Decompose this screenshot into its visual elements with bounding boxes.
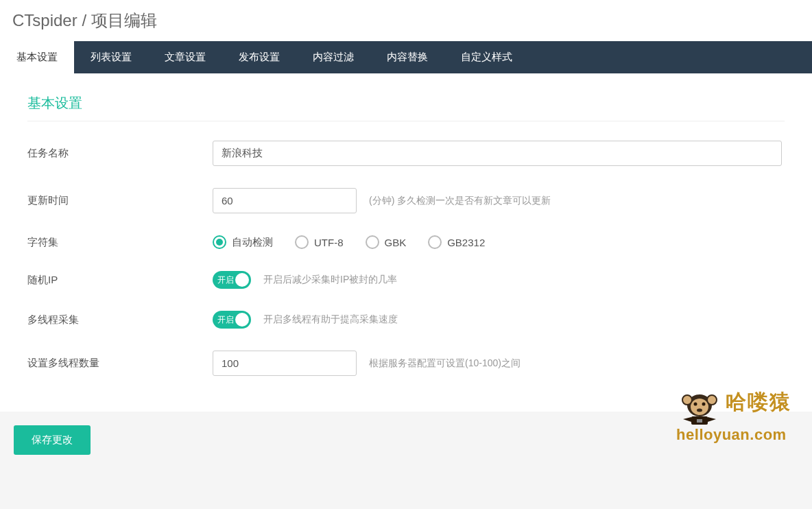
label-random-ip: 随机IP	[27, 274, 213, 287]
radio-auto-detect[interactable]: 自动检测	[213, 235, 273, 249]
label-task-name: 任务名称	[27, 147, 213, 160]
label-charset: 字符集	[27, 236, 213, 249]
tab-list[interactable]: 列表设置	[74, 41, 148, 73]
toggle-knob-icon	[235, 273, 249, 287]
toggle-text: 开启	[213, 314, 234, 326]
label-multithread: 多线程采集	[27, 313, 213, 327]
radio-label-gbk: GBK	[385, 237, 407, 248]
toggle-text: 开启	[213, 274, 234, 286]
radio-gbk[interactable]: GBK	[366, 235, 407, 249]
label-thread-count: 设置多线程数量	[27, 357, 213, 370]
tab-article[interactable]: 文章设置	[148, 41, 222, 73]
multithread-toggle[interactable]: 开启	[213, 311, 251, 329]
hint-thread-count: 根据服务器配置可设置(10-100)之间	[369, 357, 521, 370]
breadcrumb-app: CTspider	[12, 11, 77, 29]
tab-replace[interactable]: 内容替换	[370, 41, 444, 73]
tab-basic[interactable]: 基本设置	[0, 41, 74, 73]
radio-label-auto: 自动检测	[232, 236, 273, 249]
row-multithread: 多线程采集 开启 开启多线程有助于提高采集速度	[27, 311, 785, 329]
breadcrumb: CTspider / 项目编辑	[0, 0, 812, 41]
radio-gb2312[interactable]: GB2312	[428, 235, 485, 249]
radio-utf8[interactable]: UTF-8	[295, 235, 344, 249]
breadcrumb-sep: /	[82, 11, 86, 29]
row-thread-count: 设置多线程数量 根据服务器配置可设置(10-100)之间	[27, 351, 785, 376]
hint-random-ip: 开启后减少采集时IP被封的几率	[263, 274, 397, 286]
tab-custom-style[interactable]: 自定义样式	[444, 41, 529, 73]
task-name-input[interactable]	[213, 141, 782, 166]
thread-count-input[interactable]	[213, 351, 357, 376]
hint-multithread: 开启多线程有助于提高采集速度	[263, 313, 398, 326]
breadcrumb-page: 项目编辑	[91, 11, 157, 29]
radio-icon	[213, 235, 226, 249]
tab-publish[interactable]: 发布设置	[222, 41, 296, 73]
radio-icon	[428, 235, 442, 249]
row-update-interval: 更新时间 (分钟) 多久检测一次是否有新文章可以更新	[27, 188, 785, 213]
tab-filter[interactable]: 内容过滤	[296, 41, 370, 73]
row-random-ip: 随机IP 开启 开启后减少采集时IP被封的几率	[27, 271, 785, 289]
charset-radio-group: 自动检测 UTF-8 GBK GB2312	[213, 235, 485, 249]
row-charset: 字符集 自动检测 UTF-8 GBK	[27, 235, 785, 249]
row-task-name: 任务名称	[27, 141, 785, 166]
save-button[interactable]: 保存更改	[14, 425, 91, 455]
toggle-knob-icon	[235, 313, 249, 327]
label-update-interval: 更新时间	[27, 194, 213, 207]
random-ip-toggle[interactable]: 开启	[213, 271, 251, 289]
tabs-bar: 基本设置 列表设置 文章设置 发布设置 内容过滤 内容替换 自定义样式	[0, 41, 812, 73]
radio-label-gb2312: GB2312	[447, 237, 485, 248]
radio-icon	[366, 235, 379, 249]
radio-icon	[295, 235, 309, 249]
update-interval-input[interactable]	[213, 188, 357, 213]
section-title: 基本设置	[27, 94, 785, 121]
radio-label-utf8: UTF-8	[314, 237, 344, 248]
hint-update-interval: (分钟) 多久检测一次是否有新文章可以更新	[369, 195, 551, 207]
